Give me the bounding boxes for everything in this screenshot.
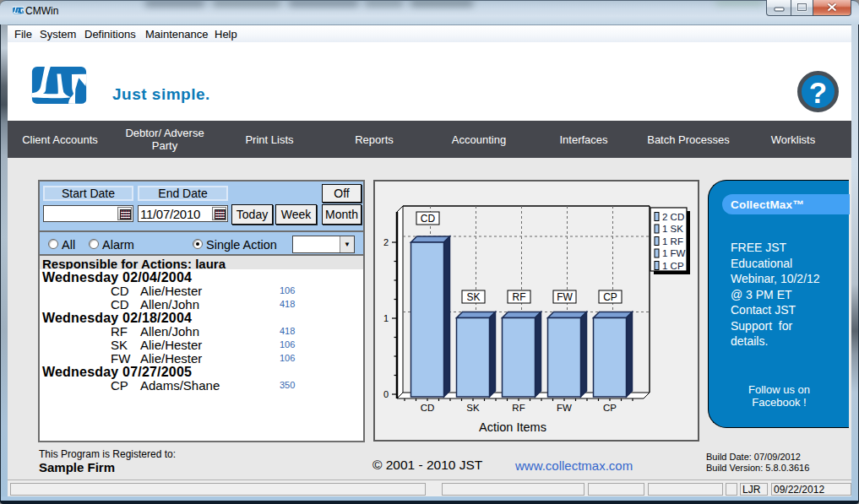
svg-text:0: 0 [383,389,389,399]
svg-text:Action Items: Action Items [479,420,546,434]
svg-text:CD: CD [421,403,435,413]
svg-text:RF: RF [512,403,525,413]
svg-text:1 FW: 1 FW [662,248,686,258]
svg-text:CP: CP [603,291,617,303]
svg-text:2 CD: 2 CD [662,212,684,222]
svg-text:SK: SK [466,403,480,413]
svg-text:1 RF: 1 RF [662,236,683,247]
svg-text:CD: CD [421,213,436,225]
svg-text:1 SK: 1 SK [662,224,683,234]
svg-text:1: 1 [383,313,389,323]
svg-text:1 CP: 1 CP [662,261,684,271]
svg-text:2: 2 [383,237,389,247]
svg-text:CP: CP [603,403,617,413]
svg-text:FW: FW [557,403,572,413]
svg-text:RF: RF [513,291,526,303]
svg-text:SK: SK [466,291,480,303]
svg-text:FW: FW [557,291,573,303]
